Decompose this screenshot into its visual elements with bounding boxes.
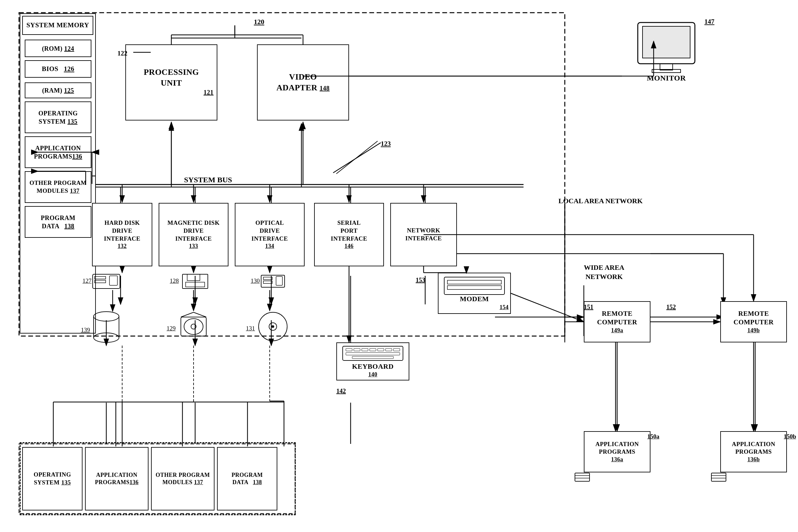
ref-120-label: 120 (254, 17, 264, 26)
svg-point-63 (94, 333, 119, 342)
svg-rect-55 (186, 282, 205, 287)
bottom-program-data-box: PROGRAMDATA 138 (217, 447, 277, 510)
odd-interface-label: OPTICALDRIVEINTERFACE (252, 219, 288, 243)
svg-line-68 (194, 312, 206, 317)
hdd-icon-ref: 127 (92, 273, 121, 291)
ref-152-label: 152 (666, 303, 676, 311)
svg-rect-54 (187, 274, 200, 281)
video-adapter-label: VIDEOADAPTER 148 (276, 72, 330, 93)
program-data-box: PROGRAMDATA 138 (25, 206, 91, 238)
operating-system-box: OPERATINGSYSTEM 135 (25, 101, 91, 133)
svg-rect-46 (642, 26, 690, 58)
svg-rect-59 (276, 277, 283, 285)
hdd-interface-label: HARD DISKDRIVEINTERFACE (104, 219, 141, 243)
other-modules-label: OTHER PROGRAMMODULES 137 (30, 179, 87, 195)
mdd-interface-label: MAGNETIC DISKDRIVEINTERFACE (167, 219, 220, 243)
svg-rect-81 (385, 348, 392, 351)
remote-computer-b-label: REMOTECOMPUTER (733, 309, 774, 327)
svg-point-66 (191, 324, 196, 329)
ni-label: NETWORKINTERFACE (405, 227, 442, 242)
wide-area-network-label: WIDE AREANETWORK (584, 263, 624, 281)
ref-153-label: 153 (416, 276, 425, 284)
svg-rect-79 (370, 348, 376, 351)
serial-port-interface-box: SERIALPORTINTERFACE 146 (314, 203, 384, 266)
svg-point-71 (272, 325, 274, 328)
svg-rect-73 (447, 280, 501, 284)
processing-unit-label: PROCESSINGUNIT (144, 67, 199, 89)
bottom-os-box: OPERATINGSYSTEM 135 (22, 447, 83, 510)
bios-label: BIOS 126 (42, 65, 74, 73)
svg-rect-51 (94, 280, 106, 283)
rom-box: (ROM) 124 (25, 40, 91, 57)
modem-box: MODEM 154 (438, 273, 511, 314)
svg-rect-53 (182, 274, 208, 288)
ref-123-label: 123 (381, 139, 391, 148)
svg-rect-88 (711, 473, 726, 481)
svg-line-67 (181, 312, 194, 317)
svg-rect-78 (362, 348, 368, 351)
svg-rect-76 (346, 348, 352, 351)
app-programs-136b-box: APPLICATIONPROGRAMS 136b (720, 431, 787, 472)
optical-drive-interface-box: OPTICALDRIVEINTERFACE 134 (235, 203, 305, 266)
ref-142-label: 142 (336, 387, 346, 395)
remote-computer-b-box: REMOTECOMPUTER 149b (720, 301, 787, 342)
app-programs-label: APPLICATIONPROGRAMS136 (34, 144, 82, 160)
svg-rect-52 (109, 276, 117, 285)
system-memory-label: SYSTEM MEMORY (26, 21, 89, 30)
app-programs-136b-label: APPLICATIONPROGRAMS (732, 440, 775, 456)
ram-label: (RAM) 125 (42, 86, 74, 94)
svg-rect-83 (346, 353, 400, 355)
svg-rect-64 (181, 317, 206, 336)
app-programs-136a-box: APPLICATIONPROGRAMS 136a (584, 431, 651, 472)
svg-rect-77 (354, 348, 360, 351)
hard-disk-drive-interface-box: HARD DISKDRIVEINTERFACE 132 (92, 203, 152, 266)
system-bus-text: SYSTEM BUS (184, 176, 232, 184)
remote-computer-a-box: REMOTECOMPUTER 149a (584, 301, 651, 342)
svg-line-21 (333, 143, 381, 173)
ram-box: (RAM) 125 (25, 82, 91, 98)
svg-point-60 (94, 312, 119, 321)
system-memory-label-box: SYSTEM MEMORY (22, 16, 93, 35)
bottom-other-modules-box: OTHER PROGRAMMODULES 137 (151, 447, 215, 510)
application-programs-box: APPLICATIONPROGRAMS136 (25, 136, 91, 168)
svg-point-65 (184, 319, 203, 335)
ref-151-label: 151 (584, 303, 593, 311)
keyboard-label: KEYBOARD (352, 362, 394, 371)
floppy-icon-ref: 128 (181, 273, 210, 291)
ref-122-label: 122 (117, 49, 128, 58)
video-adapter-box: VIDEOADAPTER 148 (257, 44, 349, 120)
monitor-label: MONITOR (647, 73, 686, 83)
cd-icon: 131 (257, 311, 289, 344)
network-interface-box: NETWORKINTERFACE (390, 203, 457, 266)
svg-rect-80 (378, 348, 384, 351)
svg-rect-58 (264, 281, 272, 283)
optical-icon-ref: 130 (260, 273, 286, 291)
bottom-app-label: APPLICATIONPROGRAMS136 (95, 472, 139, 486)
local-area-network-label: LOCAL AREA NETWORK (559, 196, 642, 206)
os-label: OPERATINGSYSTEM 135 (38, 109, 78, 126)
app-programs-136a-label: APPLICATIONPROGRAMS (595, 440, 639, 456)
bottom-data-label: PROGRAMDATA 138 (232, 472, 263, 486)
program-data-label: PROGRAMDATA 138 (41, 214, 75, 230)
floppy-media-icon: 129 (178, 311, 210, 344)
rom-label: (ROM) 124 (42, 44, 74, 53)
svg-rect-74 (447, 286, 501, 289)
svg-rect-85 (575, 473, 590, 481)
hdd-storage-icon: 139 (92, 311, 121, 347)
svg-rect-57 (264, 277, 272, 280)
storage-136a-icon (574, 472, 590, 483)
monitor-box: MONITOR (622, 13, 711, 90)
spi-label: SERIALPORTINTERFACE (331, 219, 367, 243)
ref-150b-label: 150b (784, 433, 796, 441)
modem-label: MODEM (460, 294, 489, 304)
ref-147-label: 147 (704, 17, 714, 26)
bottom-modules-label: OTHER PROGRAMMODULES 137 (156, 472, 210, 486)
storage-136b-icon (711, 472, 727, 483)
svg-rect-50 (94, 277, 106, 279)
svg-rect-84 (352, 356, 394, 359)
svg-line-145 (336, 141, 378, 174)
remote-computer-a-label: REMOTECOMPUTER (597, 309, 637, 327)
bottom-app-programs-box: APPLICATIONPROGRAMS136 (85, 447, 148, 510)
keyboard-box: KEYBOARD 140 (336, 342, 409, 380)
ref-150a-label: 150a (647, 433, 659, 441)
